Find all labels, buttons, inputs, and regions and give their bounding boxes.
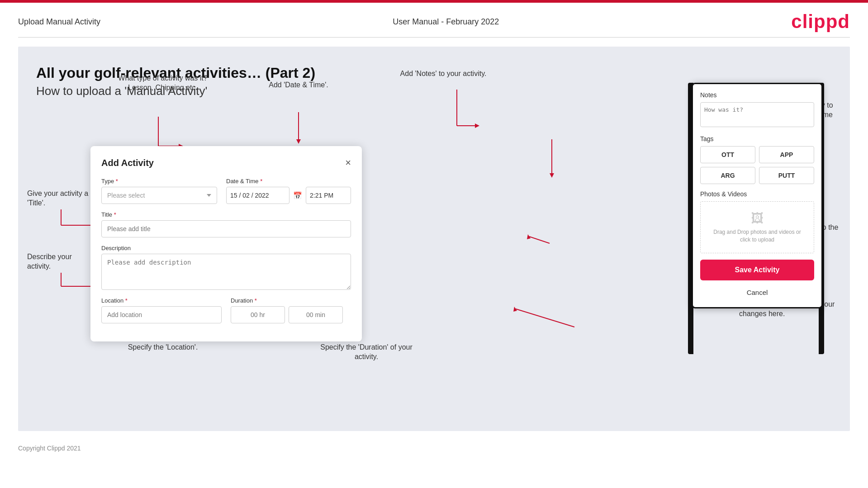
- duration-hr-input[interactable]: [231, 306, 285, 323]
- notes-label: Notes: [700, 91, 814, 99]
- title-group: Title *: [101, 211, 351, 237]
- phone-mockup: Notes Tags OTT APP ARG PUTT Photos & Vid…: [692, 83, 823, 308]
- title-input[interactable]: [101, 220, 351, 237]
- description-textarea[interactable]: [101, 254, 351, 290]
- duration-group: Duration *: [231, 297, 351, 323]
- annotation-duration: Specify the 'Duration' of your activity.: [317, 343, 416, 362]
- logo: clippd: [791, 11, 850, 33]
- svg-marker-18: [475, 123, 479, 128]
- upload-icon: 🖼: [710, 211, 805, 226]
- date-time-inputs: 📅: [226, 187, 351, 204]
- title-required: *: [112, 211, 116, 218]
- datetime-group: Date & Time * 📅: [226, 178, 351, 204]
- svg-marker-4: [296, 139, 301, 144]
- duration-min-input[interactable]: [289, 306, 343, 323]
- location-required: *: [123, 297, 128, 304]
- tags-grid: OTT APP ARG PUTT: [700, 146, 814, 184]
- location-duration-row: Location * Duration *: [101, 297, 351, 323]
- time-input[interactable]: [306, 187, 351, 204]
- svg-marker-24: [513, 307, 517, 312]
- save-activity-button[interactable]: Save Activity: [700, 260, 814, 280]
- tag-putt[interactable]: PUTT: [759, 167, 814, 184]
- annotation-location: Specify the 'Location'.: [122, 343, 204, 352]
- duration-inputs: [231, 306, 351, 323]
- main-content: All your golf-relevant activities… (Part…: [18, 47, 850, 431]
- datetime-required: *: [259, 178, 263, 185]
- tag-ott[interactable]: OTT: [700, 146, 755, 163]
- svg-marker-22: [527, 234, 531, 239]
- copyright: Copyright Clippd 2021: [18, 445, 81, 452]
- type-label: Type *: [101, 178, 217, 185]
- modal-title: Add Activity: [101, 158, 154, 168]
- annotation-title: Give your activity a 'Title'.: [27, 189, 95, 208]
- header: Upload Manual Activity User Manual - Feb…: [0, 3, 868, 37]
- notes-textarea[interactable]: [700, 102, 814, 127]
- annotation-datetime: Add 'Date & Time'.: [262, 81, 335, 90]
- duration-required: *: [253, 297, 257, 304]
- photos-text: Drag and Drop photos and videos or click…: [710, 228, 805, 244]
- annotation-notes: Add 'Notes' to your activity.: [398, 69, 489, 79]
- tag-app[interactable]: APP: [759, 146, 814, 163]
- tags-label: Tags: [700, 135, 814, 142]
- modal-header: Add Activity ×: [101, 157, 351, 169]
- footer: Copyright Clippd 2021: [0, 440, 868, 456]
- location-label: Location *: [101, 297, 222, 304]
- calendar-icon: 📅: [293, 191, 302, 200]
- title-label: Title *: [101, 211, 351, 218]
- annotation-activity-type: What type of activity was it? Lesson, Ch…: [118, 74, 208, 93]
- description-group: Description: [101, 245, 351, 290]
- duration-label: Duration *: [231, 297, 351, 304]
- annotation-description: Describe your activity.: [27, 252, 95, 271]
- description-label: Description: [101, 245, 351, 251]
- svg-line-21: [529, 237, 550, 243]
- add-activity-modal: Add Activity × Type * Please select Date…: [90, 146, 362, 341]
- header-divider: [18, 37, 850, 38]
- datetime-label: Date & Time *: [226, 178, 351, 185]
- cancel-button[interactable]: Cancel: [700, 285, 814, 300]
- photos-upload-area[interactable]: 🖼 Drag and Drop photos and videos or cli…: [700, 201, 814, 253]
- location-group: Location *: [101, 297, 222, 323]
- type-required: *: [114, 178, 118, 185]
- page-title: Upload Manual Activity: [18, 17, 100, 27]
- location-input[interactable]: [101, 306, 222, 323]
- svg-line-23: [516, 309, 574, 327]
- photos-label: Photos & Videos: [700, 190, 814, 198]
- date-input[interactable]: [226, 187, 289, 204]
- type-group: Type * Please select: [101, 178, 217, 204]
- modal-close-button[interactable]: ×: [345, 157, 351, 169]
- phone-inner: Notes Tags OTT APP ARG PUTT Photos & Vid…: [693, 84, 821, 307]
- tag-arg[interactable]: ARG: [700, 167, 755, 184]
- type-datetime-row: Type * Please select Date & Time * 📅: [101, 178, 351, 204]
- svg-marker-20: [550, 173, 554, 178]
- manual-title: User Manual - February 2022: [393, 17, 499, 27]
- type-select[interactable]: Please select: [101, 187, 217, 204]
